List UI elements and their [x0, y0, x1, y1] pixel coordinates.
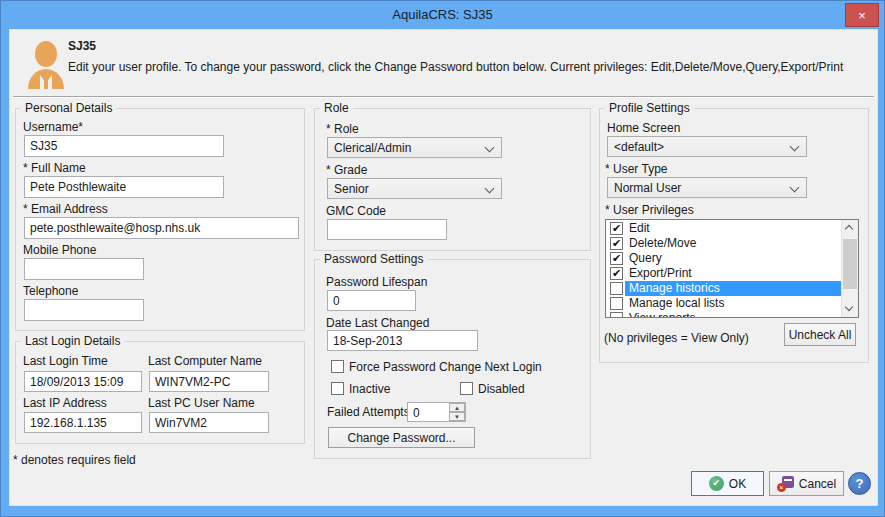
failed-attempts-label: Failed Attempts	[327, 405, 410, 419]
email-label: * Email Address	[23, 202, 108, 216]
privilege-label: Manage local lists	[625, 296, 841, 311]
profile-settings-title: Profile Settings	[605, 101, 694, 116]
privilege-item-export-print[interactable]: ✔Export/Print	[606, 266, 841, 281]
username-label: Username*	[23, 120, 83, 134]
grade-dropdown[interactable]: Senior	[327, 178, 502, 199]
privilege-checkbox[interactable]: ✔	[610, 252, 623, 265]
cancel-button[interactable]: × Cancel	[769, 471, 844, 496]
failed-attempts-value: 0	[413, 406, 420, 420]
last-ip-address-input[interactable]	[24, 412, 142, 433]
privilege-item-manage-historics[interactable]: Manage historics	[606, 281, 841, 296]
change-password-button[interactable]: Change Password...	[328, 427, 475, 448]
user-privileges-listbox: ✔Edit✔Delete/Move✔Query✔Export/PrintMana…	[605, 219, 859, 318]
mobile-phone-label: Mobile Phone	[23, 243, 96, 257]
telephone-label: Telephone	[23, 284, 78, 298]
scroll-down-icon[interactable]	[842, 301, 858, 317]
gmc-code-input[interactable]	[327, 219, 447, 240]
last-ip-address-label: Last IP Address	[23, 396, 107, 410]
privilege-label: View reports	[625, 311, 841, 317]
date-last-changed-label: Date Last Changed	[326, 316, 429, 330]
ok-check-icon: ✔	[709, 476, 724, 491]
home-screen-dropdown-value: <default>	[614, 140, 664, 155]
role-group-title: Role	[320, 101, 353, 116]
user-avatar-icon	[28, 41, 64, 89]
role-label: * Role	[326, 122, 359, 136]
header-username: SJ35	[68, 39, 96, 53]
last-login-title: Last Login Details	[21, 334, 124, 349]
window-title: AquilaCRS: SJ35	[1, 7, 884, 22]
telephone-input[interactable]	[24, 299, 144, 321]
privilege-label: Query	[625, 251, 841, 266]
last-pc-user-name-input[interactable]	[149, 412, 269, 433]
last-login-time-input[interactable]	[24, 371, 142, 392]
chevron-down-icon	[485, 143, 495, 153]
privilege-checkbox[interactable]: ✔	[610, 237, 623, 250]
personal-details-title: Personal Details	[21, 101, 116, 116]
privilege-item-view-reports[interactable]: View reports	[606, 311, 841, 317]
user-privileges-label: * User Privileges	[605, 203, 694, 217]
disabled-label: Disabled	[478, 382, 525, 396]
chevron-down-icon	[790, 183, 800, 193]
grade-dropdown-value: Senior	[334, 182, 369, 197]
ok-button[interactable]: ✔ OK	[691, 471, 764, 496]
stepper-up-icon[interactable]: ▲	[449, 403, 465, 412]
privileges-scrollbar[interactable]	[841, 220, 858, 317]
header-separator	[13, 96, 874, 98]
user-privileges-list: ✔Edit✔Delete/Move✔Query✔Export/PrintMana…	[606, 221, 841, 317]
required-field-footnote: * denotes requires field	[13, 453, 136, 467]
chevron-down-icon	[790, 142, 800, 152]
user-type-dropdown-value: Normal User	[614, 181, 681, 196]
stepper-down-icon[interactable]: ▼	[449, 412, 465, 421]
privilege-item-delete-move[interactable]: ✔Delete/Move	[606, 236, 841, 251]
last-pc-user-name-label: Last PC User Name	[148, 396, 255, 410]
force-password-change-label: Force Password Change Next Login	[349, 360, 542, 374]
password-settings-title: Password Settings	[320, 252, 427, 267]
privilege-checkbox[interactable]: ✔	[610, 267, 623, 280]
uncheck-all-button[interactable]: Uncheck All	[784, 323, 856, 346]
last-computer-name-input[interactable]	[149, 371, 269, 392]
role-dropdown-value: Clerical/Admin	[334, 141, 411, 156]
privilege-label: Edit	[625, 221, 841, 236]
last-login-time-label: Last Login Time	[23, 354, 108, 368]
disabled-checkbox[interactable]	[460, 382, 473, 395]
privilege-label: Delete/Move	[625, 236, 841, 251]
privilege-item-manage-local-lists[interactable]: Manage local lists	[606, 296, 841, 311]
username-input[interactable]	[24, 135, 224, 157]
cancel-icon: ×	[777, 476, 794, 492]
scrollbar-thumb[interactable]	[843, 239, 857, 289]
failed-attempts-stepper[interactable]: 0 ▲ ▼	[407, 402, 466, 422]
user-type-label: * User Type	[605, 162, 667, 176]
role-dropdown[interactable]: Clerical/Admin	[327, 137, 502, 158]
header-description: Edit your user profile. To change your p…	[68, 60, 843, 74]
password-lifespan-label: Password Lifespan	[326, 275, 427, 289]
password-lifespan-input[interactable]	[327, 290, 416, 311]
help-button[interactable]: ?	[848, 472, 871, 495]
inactive-label: Inactive	[349, 382, 390, 396]
privilege-checkbox[interactable]	[610, 312, 623, 317]
privilege-item-edit[interactable]: ✔Edit	[606, 221, 841, 236]
help-icon: ?	[856, 476, 864, 491]
home-screen-label: Home Screen	[607, 121, 680, 135]
privilege-item-query[interactable]: ✔Query	[606, 251, 841, 266]
home-screen-dropdown[interactable]: <default>	[607, 136, 807, 157]
full-name-input[interactable]	[24, 176, 224, 198]
privilege-checkbox[interactable]: ✔	[610, 222, 623, 235]
date-last-changed-input[interactable]	[327, 330, 478, 351]
user-type-dropdown[interactable]: Normal User	[607, 177, 807, 198]
force-password-change-checkbox[interactable]	[331, 360, 344, 373]
grade-label: * Grade	[326, 163, 367, 177]
privilege-checkbox[interactable]	[610, 297, 623, 310]
scroll-up-icon[interactable]	[842, 220, 858, 236]
last-computer-name-label: Last Computer Name	[148, 354, 262, 368]
chevron-down-icon	[485, 184, 495, 194]
titlebar: AquilaCRS: SJ35 ×	[1, 1, 884, 29]
inactive-checkbox[interactable]	[331, 382, 344, 395]
close-button[interactable]: ×	[845, 3, 879, 27]
gmc-code-label: GMC Code	[326, 204, 386, 218]
full-name-label: * Full Name	[23, 161, 86, 175]
mobile-phone-input[interactable]	[24, 258, 144, 280]
privilege-label: Manage historics	[625, 281, 841, 296]
close-icon: ×	[858, 8, 866, 23]
email-input[interactable]	[24, 217, 299, 239]
privilege-checkbox[interactable]	[610, 282, 623, 295]
